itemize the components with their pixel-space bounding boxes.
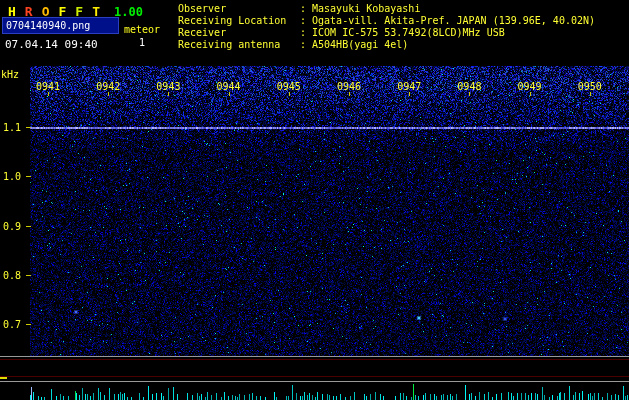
- info-value: : ICOM IC-575 53.7492(8LCD)MHz USB: [300, 27, 505, 38]
- freq-axis-unit: kHz: [1, 69, 19, 80]
- info-row: Receiver: ICOM IC-575 53.7492(8LCD)MHz U…: [178, 27, 595, 39]
- timestamp: 07.04.14 09:40: [5, 38, 98, 51]
- time-label: 0947: [396, 81, 422, 92]
- time-label: 0942: [95, 81, 121, 92]
- freq-label: 0.7: [3, 319, 21, 330]
- freq-label: 1.1: [3, 122, 21, 133]
- meteor-count: 1: [139, 37, 145, 48]
- freq-label: 1.0: [3, 171, 21, 182]
- info-value: : A504HB(yagi 4el): [300, 39, 408, 50]
- freq-label: 0.8: [3, 270, 21, 281]
- time-label: 0943: [155, 81, 181, 92]
- time-label: 0945: [276, 81, 302, 92]
- info-label: Observer: [178, 3, 300, 15]
- meteor-label: meteor: [124, 24, 160, 35]
- time-label: 0948: [456, 81, 482, 92]
- info-row: Observer: Masayuki Kobayashi: [178, 3, 595, 15]
- info-row: Receiving antenna: A504HB(yagi 4el): [178, 39, 595, 51]
- info-label: Receiving Location: [178, 15, 300, 27]
- info-label: Receiver: [178, 27, 300, 39]
- info-label: Receiving antenna: [178, 39, 300, 51]
- time-label: 0941: [35, 81, 61, 92]
- filename-box: 0704140940.png: [2, 17, 119, 34]
- hrofft-window: HROFFT1.00 0704140940.png meteor 1 07.04…: [0, 0, 629, 400]
- info-row: Receiving Location: Ogata-vill. Akita-Pr…: [178, 15, 595, 27]
- filename-text: 0704140940.png: [6, 20, 90, 31]
- time-label: 0944: [216, 81, 242, 92]
- time-label: 0949: [517, 81, 543, 92]
- freq-label: 0.9: [3, 221, 21, 232]
- time-label: 0950: [577, 81, 603, 92]
- spectrogram-canvas: [0, 0, 629, 400]
- info-value: : Masayuki Kobayashi: [300, 3, 420, 14]
- observer-info-block: Observer: Masayuki KobayashiReceiving Lo…: [178, 3, 595, 51]
- time-label: 0946: [336, 81, 362, 92]
- info-value: : Ogata-vill. Akita-Pref. JAPAN (139.96E…: [300, 15, 595, 26]
